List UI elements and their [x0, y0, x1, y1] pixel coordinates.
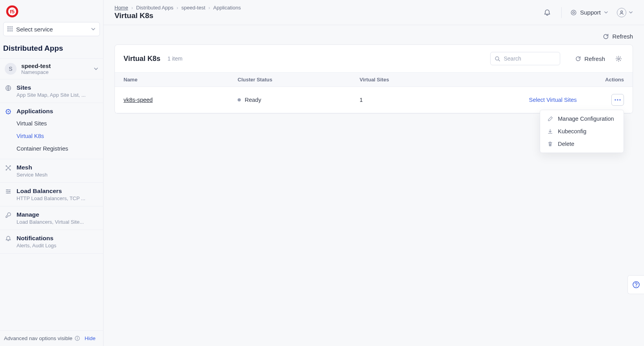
sidebar: f5 Select service Distributed Apps S spe…	[0, 0, 103, 346]
chevron-down-icon	[604, 10, 608, 15]
table-settings-button[interactable]	[613, 53, 624, 64]
card-title: Virtual K8s	[124, 55, 161, 63]
content-area: Refresh Virtual K8s 1 item	[103, 25, 644, 346]
sidebar-item-label: Manage	[17, 211, 98, 218]
table-row: vk8s-speed Ready 1 Select Virtual Sites	[115, 87, 633, 113]
virtual-k8s-table: Name Cluster Status Virtual Sites Action…	[115, 72, 633, 113]
globe-icon	[5, 85, 12, 98]
logo-row: f5	[0, 0, 103, 22]
sidebar-footer: Advanced nav options visible Hide	[0, 330, 103, 346]
row-actions-button[interactable]	[611, 94, 624, 106]
col-vsites[interactable]: Virtual Sites	[360, 77, 482, 83]
sidebar-nav: Sites App Site Map, App Site List, ... A…	[0, 79, 103, 330]
col-actions: Actions	[592, 77, 624, 83]
breadcrumb-distributed-apps[interactable]: Distributed Apps	[136, 5, 173, 11]
menu-label: Kubeconfig	[558, 128, 587, 134]
svg-point-16	[571, 10, 576, 15]
sidebar-item-notifications[interactable]: Notifications Alerts, Audit Logs	[0, 230, 103, 254]
refresh-label: Refresh	[612, 33, 633, 40]
sidebar-item-manage[interactable]: Manage Load Balancers, Virtual Site...	[0, 206, 103, 230]
table-header: Name Cluster Status Virtual Sites Action…	[115, 72, 633, 87]
sidebar-item-sub: Service Mesh	[17, 172, 95, 178]
breadcrumb-home[interactable]: Home	[114, 5, 128, 11]
svg-point-5	[7, 111, 9, 112]
select-virtual-sites-link[interactable]: Select Virtual Sites	[529, 97, 577, 103]
help-float-button[interactable]	[627, 275, 644, 294]
f5-logo-icon: f5	[6, 5, 19, 18]
sidebar-item-sub: Alerts, Audit Logs	[17, 243, 95, 248]
menu-delete[interactable]: Delete	[540, 138, 624, 150]
select-service-dropdown[interactable]: Select service	[3, 22, 100, 36]
sidebar-section-title: Distributed Apps	[0, 42, 103, 58]
support-icon	[570, 9, 577, 16]
search-input-wrapper[interactable]	[490, 52, 560, 65]
svg-point-10	[7, 190, 8, 191]
svg-point-17	[573, 11, 575, 13]
svg-point-18	[621, 11, 623, 13]
search-input[interactable]	[504, 55, 556, 62]
namespace-subtitle: Namespace	[21, 69, 89, 75]
virtual-k8s-card: Virtual K8s 1 item Refresh	[114, 44, 633, 114]
sidebar-item-load-balancers[interactable]: Load Balancers HTTP Load Balancers, TCP …	[0, 183, 103, 206]
sidebar-item-sub: Load Balancers, Virtual Site...	[17, 219, 95, 225]
hide-link[interactable]: Hide	[85, 335, 96, 341]
status-text: Ready	[245, 97, 261, 103]
notifications-bell-button[interactable]	[542, 7, 553, 18]
chevron-down-icon	[629, 10, 633, 15]
sidebar-item-sub: App Site Map, App Site List, ...	[17, 92, 95, 98]
namespace-name: speed-test	[21, 63, 89, 69]
wrench-icon	[5, 212, 12, 225]
sidebar-item-label: Mesh	[17, 164, 98, 171]
divider	[561, 7, 562, 18]
svg-point-20	[618, 58, 619, 59]
subnav-virtual-k8s[interactable]: Virtual K8s	[17, 130, 103, 142]
svg-text:f5: f5	[10, 9, 15, 15]
card-refresh-button[interactable]: Refresh	[575, 55, 605, 62]
breadcrumb-namespace[interactable]: speed-test	[181, 5, 205, 11]
topbar: Home › Distributed Apps › speed-test › A…	[103, 0, 644, 25]
subnav-container-registries[interactable]: Container Registries	[17, 142, 103, 155]
page-title: Virtual K8s	[114, 11, 542, 20]
sidebar-item-sites[interactable]: Sites App Site Map, App Site List, ...	[0, 79, 103, 103]
chevron-down-icon	[91, 27, 96, 31]
subnav-virtual-sites[interactable]: Virtual Sites	[17, 117, 103, 130]
col-status[interactable]: Cluster Status	[238, 77, 360, 83]
mesh-icon	[5, 165, 12, 178]
sidebar-item-applications[interactable]: Applications	[0, 103, 103, 117]
svg-rect-15	[77, 338, 78, 340]
svg-point-19	[496, 57, 499, 60]
sidebar-item-label: Sites	[17, 84, 98, 91]
grid-icon	[7, 26, 13, 32]
sidebar-item-label: Load Balancers	[17, 188, 98, 195]
menu-kubeconfig[interactable]: Kubeconfig	[540, 125, 624, 138]
namespace-avatar: S	[5, 63, 17, 75]
status-dot-icon	[238, 98, 241, 101]
bell-icon	[5, 236, 12, 248]
sidebar-item-label: Notifications	[17, 235, 98, 242]
chevron-right-icon: ›	[209, 5, 210, 11]
load-balancer-icon	[5, 188, 12, 201]
avatar-icon	[617, 8, 626, 17]
support-label: Support	[580, 9, 601, 16]
sidebar-item-mesh[interactable]: Mesh Service Mesh	[0, 159, 103, 183]
row-actions-dropdown: Manage Configuration Kubeconfig Delete	[540, 110, 624, 153]
support-dropdown[interactable]: Support	[570, 9, 608, 16]
namespace-selector[interactable]: S speed-test Namespace	[0, 58, 103, 79]
helm-icon	[5, 109, 12, 115]
col-name[interactable]: Name	[124, 77, 238, 83]
chevron-down-icon	[94, 66, 98, 71]
breadcrumb-applications[interactable]: Applications	[213, 5, 241, 11]
svg-point-14	[77, 337, 78, 338]
svg-point-25	[636, 286, 637, 287]
menu-manage-configuration[interactable]: Manage Configuration	[540, 112, 624, 125]
page-refresh-button[interactable]: Refresh	[603, 33, 633, 40]
menu-label: Delete	[558, 141, 574, 147]
info-icon[interactable]	[75, 336, 80, 341]
item-count: 1 item	[168, 55, 183, 62]
vk8s-name-link[interactable]: vk8s-speed	[124, 97, 153, 103]
sidebar-item-sub: HTTP Load Balancers, TCP ...	[17, 195, 95, 201]
breadcrumbs: Home › Distributed Apps › speed-test › A…	[114, 5, 542, 11]
svg-point-21	[614, 99, 616, 100]
card-refresh-label: Refresh	[584, 55, 605, 62]
account-dropdown[interactable]	[617, 8, 633, 17]
